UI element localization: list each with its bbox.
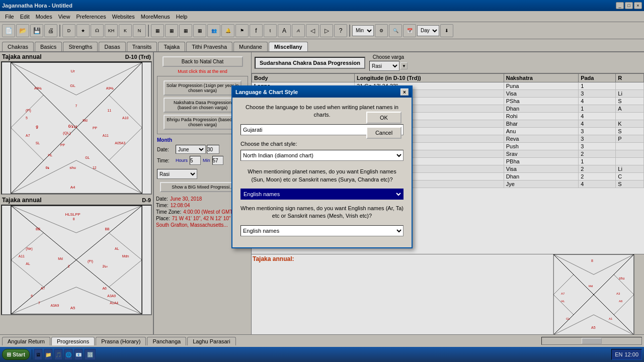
planet-names-select-wrapper: English names Sanskrit names — [240, 189, 404, 200]
ok-button[interactable]: OK — [366, 112, 401, 124]
language-chart-style-dialog: Language & Chart Style × Choose the lang… — [231, 85, 413, 248]
modal-close-button[interactable]: × — [400, 88, 409, 96]
modal-title-bar: Language & Chart Style × — [232, 86, 412, 98]
cancel-button[interactable]: Cancel — [366, 127, 401, 139]
sign-names-select[interactable]: English names Sanskrit names — [240, 225, 404, 236]
modal-content: Choose the language to be used when writ… — [232, 98, 412, 247]
planet-names-prompt: When mentioning planet names, do you wan… — [240, 168, 404, 184]
modal-title-text: Language & Chart Style — [235, 89, 298, 95]
modal-button-area: OK Cancel — [366, 112, 401, 139]
sign-names-prompt: When mentioning sign names, do you want … — [240, 205, 404, 220]
planet-names-select[interactable]: English names Sanskrit names — [240, 189, 404, 200]
chart-style-prompt: Choose the chart style: — [240, 140, 404, 148]
chart-style-select[interactable]: North Indian (diamond chart) South India… — [240, 150, 404, 161]
